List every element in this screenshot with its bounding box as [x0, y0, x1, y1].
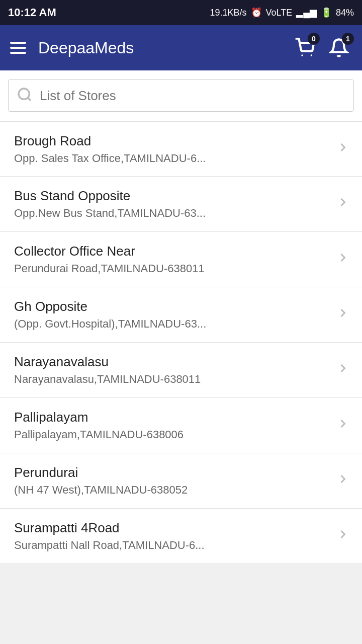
store-name: Pallipalayam — [14, 410, 328, 425]
store-name: Narayanavalasu — [14, 354, 328, 370]
chevron-right-icon — [336, 527, 350, 545]
chevron-right-icon — [336, 140, 350, 158]
chevron-right-icon — [336, 361, 350, 379]
search-box — [8, 79, 354, 112]
store-name: Brough Road — [14, 133, 328, 149]
app-title: DeepaaMeds — [38, 39, 134, 57]
store-address: Surampatti Nall Road,TAMILNADU-6... — [14, 539, 328, 552]
store-list-item[interactable]: Pallipalayam Pallipalayam,TAMILNADU-6380… — [0, 398, 362, 453]
store-info: Surampatti 4Road Surampatti Nall Road,TA… — [14, 520, 328, 552]
volte-icon: VoLTE — [266, 8, 293, 18]
search-input[interactable] — [40, 88, 345, 104]
store-name: Perundurai — [14, 465, 328, 480]
store-address: Pallipalayam,TAMILNADU-638006 — [14, 428, 328, 441]
search-icon — [17, 87, 33, 105]
cart-button[interactable]: 0 — [292, 35, 318, 61]
svg-point-1 — [311, 54, 312, 56]
store-address: Opp.New Bus Stand,TAMILNADU-63... — [14, 207, 328, 220]
store-address: Opp. Sales Tax Office,TAMILNADU-6... — [14, 152, 328, 165]
notification-badge: 1 — [342, 33, 354, 45]
store-list-item[interactable]: Gh Opposite (Opp. Govt.Hospital),TAMILNA… — [0, 287, 362, 343]
store-list-item[interactable]: Brough Road Opp. Sales Tax Office,TAMILN… — [0, 121, 362, 177]
chevron-right-icon — [336, 472, 350, 490]
store-list-item[interactable]: Narayanavalasu Narayanavalasu,TAMILNADU-… — [0, 343, 362, 398]
chevron-right-icon — [336, 306, 350, 324]
store-list-item[interactable]: Perundurai (NH 47 West),TAMILNADU-638052 — [0, 453, 362, 509]
store-address: Perundurai Road,TAMILNADU-638011 — [14, 262, 328, 275]
store-address: Narayanavalasu,TAMILNADU-638011 — [14, 373, 328, 386]
cart-badge: 0 — [308, 33, 320, 45]
alarm-icon: ⏰ — [251, 7, 262, 18]
menu-button[interactable] — [10, 42, 26, 54]
store-list-item[interactable]: Bus Stand Opposite Opp.New Bus Stand,TAM… — [0, 177, 362, 232]
store-info: Pallipalayam Pallipalayam,TAMILNADU-6380… — [14, 410, 328, 441]
svg-line-3 — [28, 98, 31, 101]
store-list-item[interactable]: Collector Office Near Perundurai Road,TA… — [0, 232, 362, 287]
store-list: Brough Road Opp. Sales Tax Office,TAMILN… — [0, 121, 362, 564]
notification-button[interactable]: 1 — [326, 35, 352, 61]
status-bar: 10:12 AM 19.1KB/s ⏰ VoLTE ▂▄▆ 🔋 84% — [0, 0, 362, 25]
store-address: (NH 47 West),TAMILNADU-638052 — [14, 484, 328, 497]
store-info: Perundurai (NH 47 West),TAMILNADU-638052 — [14, 465, 328, 497]
store-address: (Opp. Govt.Hospital),TAMILNADU-63... — [14, 317, 328, 331]
chevron-right-icon — [336, 251, 350, 268]
store-info: Gh Opposite (Opp. Govt.Hospital),TAMILNA… — [14, 299, 328, 331]
store-info: Collector Office Near Perundurai Road,TA… — [14, 244, 328, 275]
status-right: 19.1KB/s ⏰ VoLTE ▂▄▆ 🔋 84% — [210, 7, 354, 18]
store-info: Brough Road Opp. Sales Tax Office,TAMILN… — [14, 133, 328, 165]
svg-point-2 — [19, 89, 29, 99]
status-time: 10:12 AM — [8, 6, 56, 19]
battery-percent: 84% — [336, 8, 354, 18]
store-name: Gh Opposite — [14, 299, 328, 314]
navbar-left: DeepaaMeds — [10, 39, 134, 57]
network-speed: 19.1KB/s — [210, 8, 246, 18]
store-info: Narayanavalasu Narayanavalasu,TAMILNADU-… — [14, 354, 328, 386]
battery-icon: 🔋 — [321, 7, 332, 18]
store-name: Collector Office Near — [14, 244, 328, 259]
search-container — [0, 70, 362, 121]
signal-icon: ▂▄▆ — [296, 7, 317, 18]
navbar: DeepaaMeds 0 1 — [0, 25, 362, 70]
store-name: Surampatti 4Road — [14, 520, 328, 536]
store-info: Bus Stand Opposite Opp.New Bus Stand,TAM… — [14, 188, 328, 220]
store-list-item[interactable]: Surampatti 4Road Surampatti Nall Road,TA… — [0, 509, 362, 564]
navbar-actions: 0 1 — [292, 35, 352, 61]
store-name: Bus Stand Opposite — [14, 188, 328, 204]
chevron-right-icon — [336, 417, 350, 434]
chevron-right-icon — [336, 195, 350, 213]
svg-point-0 — [301, 54, 303, 56]
